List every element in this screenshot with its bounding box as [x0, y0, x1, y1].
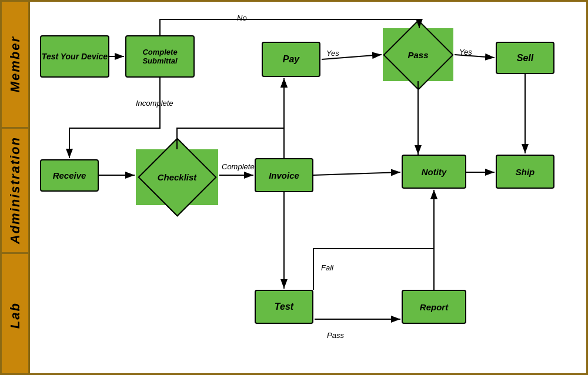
- lane-member-label: Member: [2, 2, 30, 127]
- lane-lab-label: Lab: [2, 252, 30, 375]
- diagram-container: Member Administration Lab Test Your Devi…: [0, 0, 588, 375]
- edge-label-complete: Complete: [222, 162, 255, 171]
- node-pass-diamond: Pass: [383, 28, 453, 81]
- node-notity: Notity: [402, 155, 466, 189]
- node-ship: Ship: [496, 155, 554, 189]
- edge-label-yes-pay: Yes: [326, 49, 339, 58]
- lane-admin-label: Administration: [2, 127, 30, 252]
- edge-label-pass-bottom: Pass: [327, 331, 344, 340]
- node-receive: Receive: [40, 159, 99, 192]
- node-test-device: Test Your Device: [40, 35, 109, 78]
- edge-label-incomplete: Incomplete: [136, 99, 173, 108]
- edge-label-fail: Fail: [321, 263, 333, 272]
- node-invoice: Invoice: [255, 158, 313, 192]
- node-test: Test: [255, 290, 313, 324]
- node-complete-submittal: Complete Submittal: [125, 35, 195, 78]
- node-checklist: Checklist: [136, 149, 218, 205]
- node-sell: Sell: [496, 42, 554, 74]
- svg-line-7: [313, 172, 400, 175]
- node-pay: Pay: [262, 42, 320, 77]
- edge-label-yes-pass: Yes: [459, 48, 472, 56]
- node-report: Report: [402, 290, 466, 324]
- edge-label-no: No: [237, 14, 247, 22]
